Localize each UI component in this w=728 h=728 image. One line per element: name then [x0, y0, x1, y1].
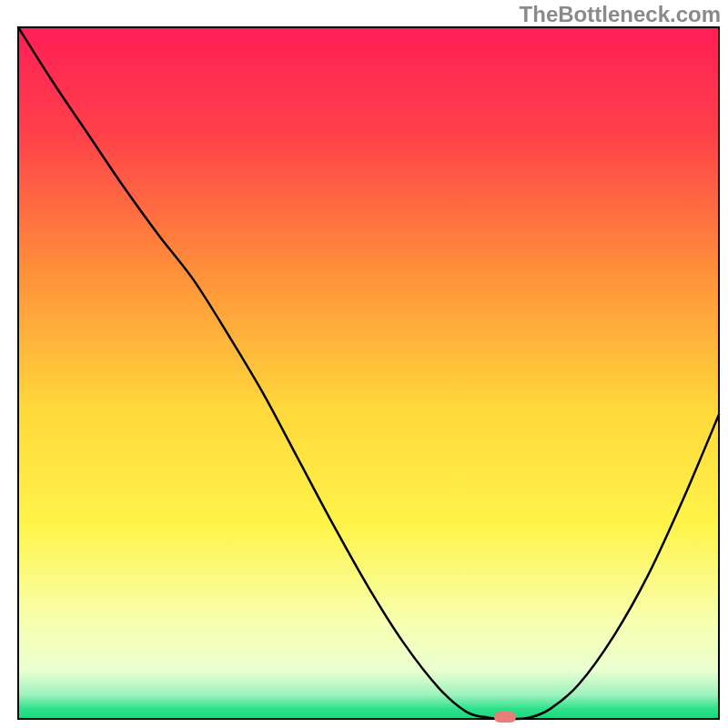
chart-canvas: TheBottleneck.com	[0, 0, 728, 728]
watermark-text: TheBottleneck.com	[520, 2, 721, 27]
gradient-background	[18, 27, 719, 719]
optimal-marker	[494, 712, 516, 723]
chart-svg	[0, 0, 728, 728]
